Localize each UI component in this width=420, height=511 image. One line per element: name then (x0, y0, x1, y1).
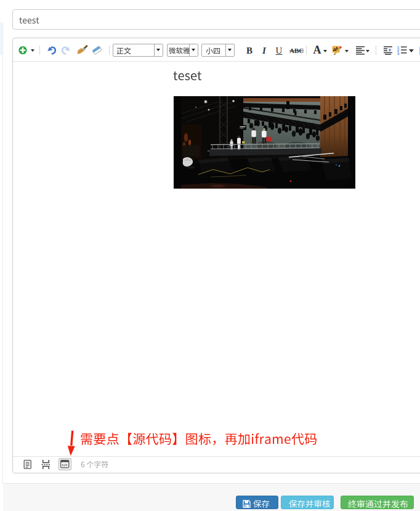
svg-text:3: 3 (397, 52, 400, 55)
